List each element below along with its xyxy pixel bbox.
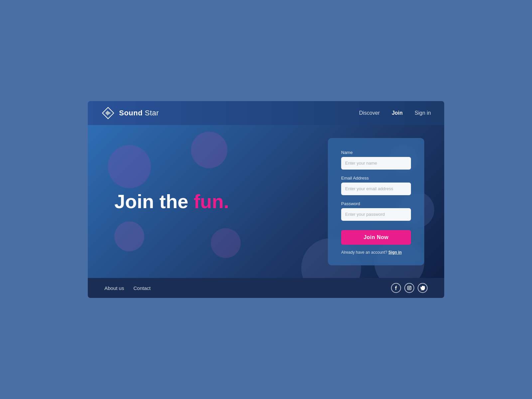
form-group-password: Password xyxy=(341,201,411,221)
instagram-icon[interactable] xyxy=(404,283,414,293)
hero-text: Join the fun. xyxy=(114,191,328,212)
already-account-text: Already have an account? xyxy=(341,250,387,255)
hero-heading: Join the fun. xyxy=(114,191,328,212)
nav-signin[interactable]: Sign in xyxy=(415,110,431,116)
email-input[interactable] xyxy=(341,183,411,195)
signin-prompt: Already have an account? Sign in xyxy=(341,250,411,255)
twitter-icon[interactable] xyxy=(418,283,428,293)
hero-heading-highlight: fun xyxy=(194,191,223,212)
logo-area: Sound Star xyxy=(101,106,159,120)
nav-join[interactable]: Join xyxy=(392,110,403,116)
decorative-circle-4 xyxy=(211,228,241,258)
email-label: Email Address xyxy=(341,176,411,181)
footer: About us Contact xyxy=(88,278,444,298)
password-input[interactable] xyxy=(341,208,411,221)
nav-discover[interactable]: Discover xyxy=(359,110,380,116)
main-content: Join the fun. Name Email Address Passwor… xyxy=(88,125,444,278)
footer-contact[interactable]: Contact xyxy=(133,285,151,291)
signin-link[interactable]: Sign in xyxy=(388,250,402,255)
decorative-circle-3 xyxy=(114,221,144,251)
hero-heading-static: Join the xyxy=(114,191,194,212)
svg-point-8 xyxy=(410,287,411,287)
soundstar-logo-icon xyxy=(101,106,115,120)
footer-about[interactable]: About us xyxy=(104,285,124,291)
hero-heading-dot: . xyxy=(224,191,229,212)
form-group-name: Name xyxy=(341,150,411,170)
facebook-icon[interactable] xyxy=(391,283,401,293)
password-label: Password xyxy=(341,201,411,206)
decorative-circle-2 xyxy=(191,132,227,168)
name-label: Name xyxy=(341,150,411,155)
form-card: Name Email Address Password Join Now Alr… xyxy=(328,138,424,265)
decorative-circle-1 xyxy=(108,145,151,188)
form-group-email: Email Address xyxy=(341,176,411,195)
footer-links: About us Contact xyxy=(104,285,151,291)
browser-window: Sound Star Discover Join Sign in Join th… xyxy=(88,101,444,298)
nav-links: Discover Join Sign in xyxy=(359,110,431,116)
social-icons xyxy=(391,283,428,293)
svg-point-7 xyxy=(409,287,410,289)
navbar: Sound Star Discover Join Sign in xyxy=(88,101,444,125)
name-input[interactable] xyxy=(341,157,411,170)
logo-text: Sound Star xyxy=(119,109,159,117)
join-now-button[interactable]: Join Now xyxy=(341,230,411,245)
